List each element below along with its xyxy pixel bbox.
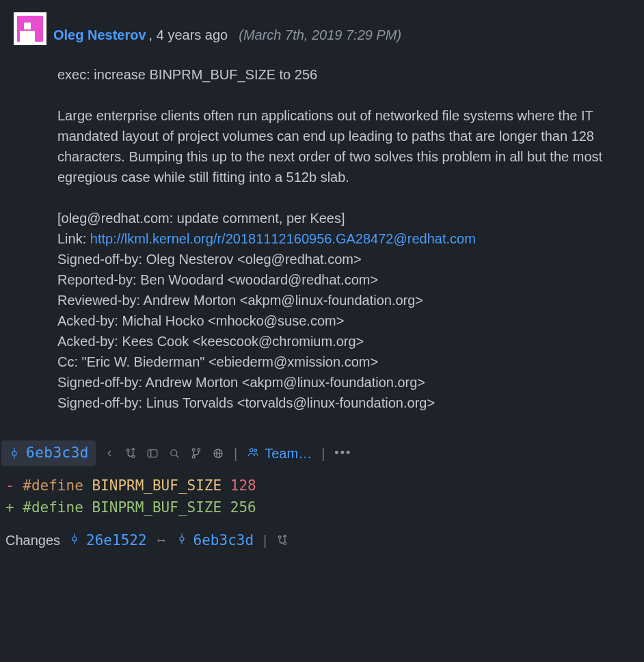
svg-point-11 <box>198 449 200 451</box>
time-ago: , 4 years ago <box>149 25 228 45</box>
toolbar-divider: | <box>320 443 326 464</box>
changes-footer: Changes 26e1522 ↔ 6eb3c3d | <box>0 529 644 553</box>
diff-added-line: + #define BINPRM_BUF_SIZE 256 <box>5 496 639 519</box>
svg-rect-6 <box>148 450 157 458</box>
svg-point-10 <box>192 449 195 451</box>
commit-toolbar: 6eb3c3d | Team… | ••• <box>0 438 644 473</box>
trailer-line: Acked-by: Kees Cook <keescook@chromium.o… <box>57 331 610 352</box>
trailer-line: Reported-by: Ben Woodard <woodard@redhat… <box>57 269 610 290</box>
svg-point-25 <box>284 542 286 545</box>
from-commit-link[interactable]: 26e1522 <box>68 530 147 552</box>
sidebar-icon[interactable] <box>146 447 159 460</box>
commit-note: [oleg@redhat.com: update comment, per Ke… <box>57 208 610 228</box>
people-icon <box>247 443 259 464</box>
svg-point-4 <box>132 455 135 458</box>
trailer-line: Signed-off-by: Linus Torvalds <torvalds@… <box>57 393 610 413</box>
commit-message: exec: increase BINPRM_BUF_SIZE to 256 La… <box>14 64 630 413</box>
chevron-left-icon[interactable] <box>104 448 115 459</box>
trailer-line: Cc: "Eric W. Biederman" <ebiederm@xmissi… <box>57 352 610 372</box>
author-link[interactable]: Oleg Nesterov <box>53 25 146 45</box>
commit-link[interactable]: http://lkml.kernel.org/r/20181112160956.… <box>90 231 476 246</box>
search-icon[interactable] <box>168 447 180 460</box>
more-icon[interactable]: ••• <box>334 444 351 462</box>
compare-arrow-icon: ↔ <box>155 531 167 550</box>
link-label: Link: <box>57 231 90 246</box>
commit-title: exec: increase BINPRM_BUF_SIZE to 256 <box>57 64 610 85</box>
compare-icon[interactable] <box>124 447 137 460</box>
branch-icon[interactable] <box>190 447 202 460</box>
svg-point-17 <box>254 449 257 452</box>
commit-timestamp: (March 7th, 2019 7:29 PM) <box>239 25 401 45</box>
to-hash: 6eb3c3d <box>193 530 254 552</box>
commit-trailers: [oleg@redhat.com: update comment, per Ke… <box>57 208 610 413</box>
commit-icon <box>8 447 21 460</box>
compare-icon[interactable] <box>276 534 289 546</box>
commit-icon <box>176 530 188 552</box>
commit-hash: 6eb3c3d <box>26 442 89 464</box>
svg-point-3 <box>126 449 129 451</box>
svg-point-21 <box>180 537 184 541</box>
commit-link-line: Link: http://lkml.kernel.org/r/201811121… <box>57 228 610 249</box>
svg-point-0 <box>12 451 16 455</box>
trailer-line: Signed-off-by: Andrew Morton <akpm@linux… <box>57 372 610 393</box>
diff-view: - #define BINPRM_BUF_SIZE 128 + #define … <box>0 473 644 529</box>
svg-point-16 <box>250 449 254 452</box>
from-hash: 26e1522 <box>86 530 147 552</box>
svg-point-18 <box>72 537 77 541</box>
globe-icon[interactable] <box>212 447 224 460</box>
diff-removed-line: - #define BINPRM_BUF_SIZE 128 <box>5 475 639 497</box>
svg-line-9 <box>176 455 178 457</box>
team-label: Team… <box>265 443 312 464</box>
team-button[interactable]: Team… <box>247 443 312 464</box>
commit-hash-chip[interactable]: 6eb3c3d <box>1 440 96 466</box>
commit-icon <box>68 530 81 552</box>
to-commit-link[interactable]: 6eb3c3d <box>176 530 254 552</box>
changes-label: Changes <box>5 530 60 551</box>
trailer-line: Signed-off-by: Oleg Nesterov <oleg@redha… <box>57 249 610 269</box>
svg-point-24 <box>279 536 282 539</box>
commit-header: Oleg Nesterov, 4 years ago (March 7th, 2… <box>14 12 630 45</box>
trailer-line: Reviewed-by: Andrew Morton <akpm@linux-f… <box>57 290 610 310</box>
footer-divider: | <box>262 530 268 551</box>
trailer-line: Acked-by: Michal Hocko <mhocko@suse.com> <box>57 310 610 331</box>
svg-point-12 <box>192 455 195 458</box>
toolbar-divider: | <box>232 443 239 464</box>
avatar <box>14 12 46 45</box>
svg-point-8 <box>171 450 177 456</box>
commit-description: Large enterprise clients often run appli… <box>57 105 610 187</box>
